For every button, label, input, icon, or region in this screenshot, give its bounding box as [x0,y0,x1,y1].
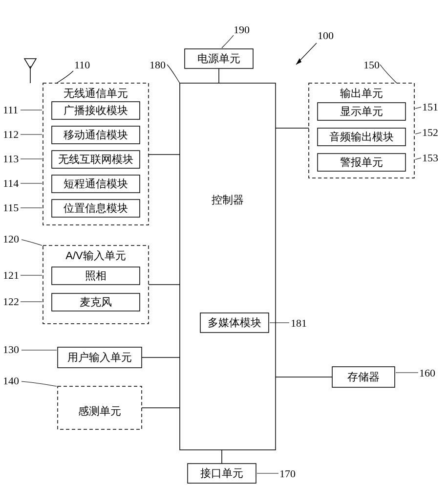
leader-120 [21,240,42,245]
svg-text:111: 111 [3,104,18,116]
wireless-item-113: 无线互联网模块 113 [3,151,140,168]
ref-150: 150 [363,59,380,71]
svg-text:121: 121 [3,269,19,281]
svg-text:112: 112 [3,128,19,140]
output-unit-title: 输出单元 [340,87,383,99]
leader-140 [21,381,57,386]
wireless-item-112: 移动通信模块 112 [3,126,140,144]
svg-text:麦克风: 麦克风 [80,296,112,308]
svg-text:113: 113 [3,153,19,165]
av-item-122: 麦克风 122 [3,293,140,311]
power-unit-label: 电源单元 [197,52,240,65]
ref-130: 130 [3,343,19,356]
ref-181: 181 [291,317,307,329]
ref-140: 140 [3,375,19,387]
svg-text:显示单元: 显示单元 [340,105,383,117]
ref-190: 190 [234,23,250,36]
leader-180 [167,65,180,83]
controller-box [180,83,276,450]
ref-180: 180 [149,59,166,71]
antenna-icon [24,59,36,83]
output-item-151: 显示单元 151 [318,101,438,120]
svg-text:153: 153 [422,152,438,164]
ref-110: 110 [74,59,90,71]
svg-text:短程通信模块: 短程通信模块 [64,178,128,190]
svg-text:151: 151 [422,101,438,113]
svg-text:位置信息模块: 位置信息模块 [64,202,128,214]
multimedia-label: 多媒体模块 [208,316,261,329]
svg-text:122: 122 [3,295,19,308]
svg-text:移动通信模块: 移动通信模块 [64,129,128,141]
svg-text:照相: 照相 [85,269,107,282]
svg-text:114: 114 [3,177,19,189]
leader-190 [222,35,234,48]
av-unit-title: A/V输入单元 [65,249,126,262]
av-item-121: 照相 121 [3,267,140,285]
interface-label: 接口单元 [200,467,243,479]
ref-100: 100 [318,29,334,42]
sensing-label: 感测单元 [78,405,121,417]
controller-label: 控制器 [212,194,244,206]
svg-text:音频输出模块: 音频输出模块 [329,131,394,143]
ref-160: 160 [419,367,435,379]
svg-text:无线互联网模块: 无线互联网模块 [58,153,133,165]
svg-text:广播接收模块: 广播接收模块 [64,104,128,116]
ref-120: 120 [3,233,19,245]
user-input-label: 用户输入单元 [67,351,132,363]
output-item-152: 音频输出模块 152 [318,126,438,146]
storage-label: 存储器 [347,371,380,383]
svg-text:115: 115 [3,201,19,214]
wireless-unit-title: 无线通信单元 [64,87,128,99]
wireless-item-115: 位置信息模块 115 [3,200,140,217]
wireless-item-111: 广播接收模块 111 [3,102,140,119]
svg-text:152: 152 [422,126,438,138]
output-item-153: 警报单元 153 [318,152,438,171]
block-diagram: 电源单元 190 100 控制器 180 多媒体模块 181 无线通信单元 11… [0,0,448,489]
leader-110 [57,71,73,83]
svg-text:警报单元: 警报单元 [340,156,383,168]
wireless-item-114: 短程通信模块 114 [3,175,140,193]
arrowhead-100 [296,58,301,65]
ref-170: 170 [279,467,296,480]
leader-150 [380,65,397,83]
